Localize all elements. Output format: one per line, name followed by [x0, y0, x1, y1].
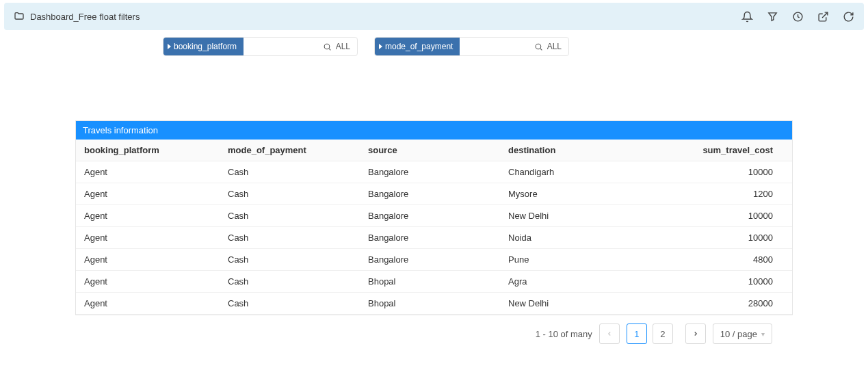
- table-header-row: booking_platform mode_of_payment source …: [76, 140, 792, 161]
- filter-booking-platform[interactable]: booking_platform ALL: [163, 37, 358, 56]
- cell-booking-platform: Agent: [76, 293, 220, 314]
- table-row[interactable]: AgentCashBangaloreChandigarh10000: [76, 161, 792, 183]
- pagination: 1 - 10 of many 12 10 / page ▾: [0, 323, 772, 344]
- cell-sum-travel-cost: 1200: [637, 183, 792, 204]
- svg-point-2: [536, 44, 541, 49]
- table-row[interactable]: AgentCashBangaloreNew Delhi10000: [76, 205, 792, 227]
- cell-source: Bhopal: [360, 271, 500, 292]
- col-header-destination[interactable]: destination: [500, 140, 637, 161]
- table-row[interactable]: AgentCashBangaloreNoida10000: [76, 227, 792, 249]
- col-header-booking-platform[interactable]: booking_platform: [76, 140, 220, 161]
- cell-mode-of-payment: Cash: [220, 293, 360, 314]
- cell-source: Bangalore: [360, 227, 500, 248]
- topbar: Dashboard_Free float filters: [4, 3, 864, 30]
- cell-booking-platform: Agent: [76, 205, 220, 226]
- filters-row: booking_platform ALL mode_of_payment ALL: [163, 37, 868, 56]
- cell-booking-platform: Agent: [76, 161, 220, 183]
- cell-sum-travel-cost: 10000: [637, 205, 792, 226]
- bell-icon[interactable]: [741, 11, 753, 23]
- cell-mode-of-payment: Cash: [220, 271, 360, 292]
- filter-value-area[interactable]: ALL: [460, 42, 568, 51]
- filter-value-area[interactable]: ALL: [244, 42, 357, 51]
- search-icon: [534, 42, 543, 51]
- filter-value: ALL: [547, 42, 562, 51]
- cell-sum-travel-cost: 28000: [637, 293, 792, 314]
- external-link-icon[interactable]: [817, 11, 829, 23]
- cell-booking-platform: Agent: [76, 183, 220, 204]
- cell-source: Bangalore: [360, 161, 500, 183]
- cell-sum-travel-cost: 4800: [637, 249, 792, 270]
- page-title: Dashboard_Free float filters: [30, 12, 140, 22]
- pagination-summary: 1 - 10 of many: [536, 329, 592, 339]
- cell-sum-travel-cost: 10000: [637, 271, 792, 292]
- pagination-page-2[interactable]: 2: [653, 323, 673, 344]
- pagination-next-button[interactable]: [685, 323, 706, 344]
- page-size-selector[interactable]: 10 / page ▾: [713, 323, 772, 344]
- cell-destination: New Delhi: [500, 293, 637, 314]
- table-title: Travels information: [76, 121, 792, 140]
- chevron-down-icon: ▾: [761, 330, 765, 338]
- cell-destination: Mysore: [500, 183, 637, 204]
- col-header-sum-travel-cost[interactable]: sum_travel_cost: [637, 140, 792, 161]
- table-row[interactable]: AgentCashBhopalAgra10000: [76, 271, 792, 293]
- table-row[interactable]: AgentCashBangaloreMysore1200: [76, 183, 792, 205]
- cell-destination: New Delhi: [500, 205, 637, 226]
- triangle-right-icon: [168, 44, 171, 49]
- cell-mode-of-payment: Cash: [220, 227, 360, 248]
- cell-sum-travel-cost: 10000: [637, 161, 792, 183]
- cell-source: Bhopal: [360, 293, 500, 314]
- page-size-label: 10 / page: [720, 329, 757, 339]
- cell-destination: Agra: [500, 271, 637, 292]
- table-widget: Travels information booking_platform mod…: [75, 120, 793, 315]
- search-icon: [323, 42, 332, 51]
- filter-chip[interactable]: booking_platform: [163, 38, 244, 55]
- filter-chip-label: mode_of_payment: [385, 42, 453, 51]
- table-body[interactable]: AgentCashBangaloreChandigarh10000AgentCa…: [76, 161, 792, 315]
- filter-chip[interactable]: mode_of_payment: [375, 38, 460, 55]
- cell-mode-of-payment: Cash: [220, 161, 360, 183]
- topbar-left: Dashboard_Free float filters: [14, 11, 140, 22]
- triangle-right-icon: [379, 44, 382, 49]
- cell-mode-of-payment: Cash: [220, 183, 360, 204]
- refresh-icon[interactable]: [843, 11, 854, 23]
- pagination-prev-button[interactable]: [599, 323, 620, 344]
- cell-destination: Noida: [500, 227, 637, 248]
- cell-source: Bangalore: [360, 249, 500, 270]
- cell-source: Bangalore: [360, 183, 500, 204]
- cell-sum-travel-cost: 10000: [637, 227, 792, 248]
- pagination-page-1[interactable]: 1: [627, 323, 647, 344]
- cell-mode-of-payment: Cash: [220, 205, 360, 226]
- filter-value: ALL: [336, 42, 350, 51]
- cell-booking-platform: Agent: [76, 227, 220, 248]
- filter-icon[interactable]: [767, 11, 778, 23]
- cell-booking-platform: Agent: [76, 249, 220, 270]
- cell-source: Bangalore: [360, 205, 500, 226]
- cell-booking-platform: Agent: [76, 271, 220, 292]
- topbar-right: [741, 11, 854, 23]
- cell-mode-of-payment: Cash: [220, 249, 360, 270]
- table-row[interactable]: AgentCashBhopalNew Delhi28000: [76, 293, 792, 315]
- clock-icon[interactable]: [792, 11, 804, 23]
- col-header-mode-of-payment[interactable]: mode_of_payment: [220, 140, 360, 161]
- cell-destination: Pune: [500, 249, 637, 270]
- folder-icon: [14, 11, 25, 22]
- cell-destination: Chandigarh: [500, 161, 637, 183]
- filter-mode-of-payment[interactable]: mode_of_payment ALL: [374, 37, 569, 56]
- filter-chip-label: booking_platform: [174, 42, 237, 51]
- table-row[interactable]: AgentCashBangalorePune4800: [76, 249, 792, 271]
- col-header-source[interactable]: source: [360, 140, 500, 161]
- svg-point-1: [324, 44, 330, 49]
